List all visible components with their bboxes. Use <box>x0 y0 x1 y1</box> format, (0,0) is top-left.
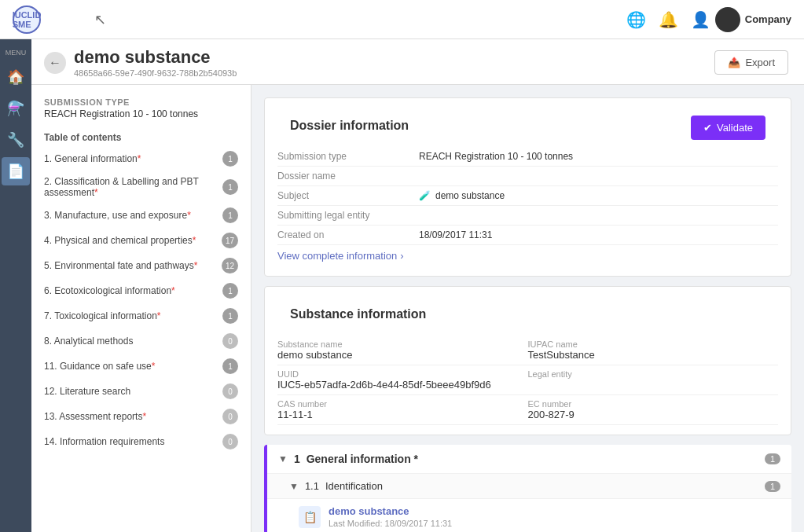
toc-label-11: 11. Guidance on safe use* <box>44 361 222 372</box>
record-icon: 📋 <box>299 506 321 528</box>
substance-ec-value: 200-827-9 <box>528 409 779 420</box>
substance-ec-label: EC number <box>528 399 779 409</box>
globe-icon[interactable]: 🌐 <box>626 10 646 29</box>
submission-type-value: REACH Registration 10 - 100 tonnes <box>31 108 251 126</box>
substance-cas-label: CAS number <box>277 399 512 409</box>
substance-ec-field: EC number 200-827-9 <box>528 395 779 425</box>
dossier-entity-row: Submitting legal entity <box>277 206 778 226</box>
substance-cas-value: 11-11-1 <box>277 409 512 420</box>
export-label: Export <box>745 57 775 68</box>
logo-text: IUCLIDSME <box>13 10 42 29</box>
toc-badge-4: 17 <box>222 233 238 248</box>
substance-card-title: Substance information <box>277 296 439 329</box>
export-button[interactable]: 📤 Export <box>714 50 788 75</box>
page-header: ← demo substance 48658a66-59e7-490f-9632… <box>31 39 804 85</box>
subsection-chevron-icon: ▼ <box>289 481 299 492</box>
content-area: Submission type REACH Registration 10 - … <box>31 85 804 532</box>
toc-label-8: 8. Analytical methods <box>44 336 222 347</box>
subsection-left: ▼ 1.1 Identification <box>289 480 383 492</box>
company-badge[interactable]: 👤 Company <box>691 7 791 32</box>
submission-type-label: Submission type <box>31 94 251 108</box>
section-badge: 1 <box>765 453 780 464</box>
toc-badge-6: 1 <box>222 283 238 299</box>
toc-badge-1: 1 <box>222 151 238 167</box>
dossier-name-label: Dossier name <box>277 171 419 182</box>
sidebar-tools-btn[interactable]: 🔧 <box>2 126 30 154</box>
logo-icon: IUCLIDSME <box>13 6 41 34</box>
toc-badge-12: 0 <box>222 383 238 399</box>
substance-uuid-field: UUID IUC5-eb57adfa-2d6b-4e44-85df-5beee4… <box>277 365 528 395</box>
substance-uuid-value: IUC5-eb57adfa-2d6b-4e44-85df-5beee49bf9d… <box>277 379 512 391</box>
toc-item-3[interactable]: 3. Manufacture, use and exposure* 1 <box>31 203 251 228</box>
toc-item-14[interactable]: 14. Information requirements 0 <box>31 429 251 454</box>
toc-label-6: 6. Ecotoxicological information* <box>44 285 222 296</box>
page-subtitle: 48658a66-59e7-490f-9632-788b2b54093b <box>74 68 237 78</box>
toc-item-7[interactable]: 7. Toxicological information* 1 <box>31 303 251 328</box>
toc-item-5[interactable]: 5. Environmental fate and pathways* 12 <box>31 253 251 278</box>
toc-label-4: 4. Physical and chemical properties* <box>44 235 222 246</box>
sidebar-icons: MENU 🏠 ⚗️ 🔧 📄 <box>0 39 31 532</box>
chevron-right-icon: › <box>400 250 403 262</box>
section-header-left: ▼ 1 General information * <box>278 453 418 465</box>
page-title-block: demo substance 48658a66-59e7-490f-9632-7… <box>74 47 237 78</box>
general-info-header[interactable]: ▼ 1 General information * 1 <box>267 445 791 473</box>
substance-name-value: demo substance <box>277 349 512 361</box>
substance-cas-field: CAS number 11-11-1 <box>277 395 528 425</box>
toc-item-2[interactable]: 2. Classification & Labelling and PBT as… <box>31 171 251 203</box>
dossier-submission-type-label: Submission type <box>277 151 419 162</box>
toc-badge-5: 12 <box>222 258 238 273</box>
user-icon: 👤 <box>691 10 710 29</box>
substance-iupac-value: TestSubstance <box>528 349 779 361</box>
toc-badge-8: 0 <box>222 333 238 349</box>
substance-name-label: Substance name <box>277 339 512 349</box>
dossier-submission-type-row: Submission type REACH Registration 10 - … <box>277 147 778 167</box>
substance-legal-entity-field: Legal entity <box>528 365 779 395</box>
substance-iupac-field: IUPAC name TestSubstance <box>528 336 779 365</box>
toc-badge-11: 1 <box>222 358 238 374</box>
substance-legal-entity-label: Legal entity <box>528 369 779 379</box>
toc-item-4[interactable]: 4. Physical and chemical properties* 17 <box>31 228 251 253</box>
validate-button[interactable]: ✔ Validate <box>691 116 765 140</box>
toc-badge-14: 0 <box>222 434 238 449</box>
toc-item-8[interactable]: 8. Analytical methods 0 <box>31 328 251 354</box>
toc-item-11[interactable]: 11. Guidance on safe use* 1 <box>31 354 251 379</box>
subsection-identification[interactable]: ▼ 1.1 Identification 1 <box>267 473 791 498</box>
sidebar-docs-btn[interactable]: 📄 <box>2 157 30 185</box>
back-button[interactable]: ← <box>44 52 66 74</box>
subject-icon: 🧪 <box>419 190 431 201</box>
export-icon: 📤 <box>728 57 740 68</box>
toc-item-1[interactable]: 1. General information* 1 <box>31 146 251 171</box>
toc-badge-2: 1 <box>222 179 238 195</box>
view-complete-link[interactable]: View complete information › <box>277 245 778 266</box>
substance-card: Substance information Substance name dem… <box>264 286 791 435</box>
toc-label-12: 12. Literature search <box>44 386 222 397</box>
navbar: IUCLIDSME ↖ 🌐 🔔 👤 Company <box>0 0 804 39</box>
toc-item-6[interactable]: 6. Ecotoxicological information* 1 <box>31 278 251 303</box>
dossier-card-header: Dossier information ✔ Validate <box>265 98 791 147</box>
toc-item-12[interactable]: 12. Literature search 0 <box>31 379 251 404</box>
section-number: 1 <box>294 453 300 465</box>
dossier-name-value <box>419 171 778 182</box>
toc-label-3: 3. Manufacture, use and exposure* <box>44 210 222 221</box>
dossier-name-row: Dossier name <box>277 167 778 186</box>
substance-name-field: Substance name demo substance <box>277 336 528 365</box>
record-row: 📋 demo substance Last Modified: 18/09/20… <box>267 498 791 532</box>
sidebar-home-btn[interactable]: 🏠 <box>2 63 30 91</box>
bell-icon[interactable]: 🔔 <box>659 10 678 29</box>
dossier-submission-type-value: REACH Registration 10 - 100 tonnes <box>419 151 778 162</box>
dossier-subject-label: Subject <box>277 190 419 201</box>
toc-heading: Table of contents <box>31 126 251 146</box>
dossier-created-row: Created on 18/09/2017 11:31 <box>277 226 778 245</box>
record-link[interactable]: demo substance <box>329 505 452 517</box>
sidebar-chemistry-btn[interactable]: ⚗️ <box>2 94 30 123</box>
toc-badge-3: 1 <box>222 207 238 223</box>
toc-badge-13: 0 <box>222 409 238 424</box>
toc-label-7: 7. Toxicological information* <box>44 310 222 321</box>
cursor-arrow: ↖ <box>94 11 106 28</box>
dossier-subject-row: Subject 🧪 demo substance <box>277 186 778 206</box>
dossier-created-value: 18/09/2017 11:31 <box>419 229 778 240</box>
dossier-entity-value <box>419 210 778 221</box>
toc-item-13[interactable]: 13. Assessment reports* 0 <box>31 404 251 429</box>
company-name: Company <box>745 13 791 25</box>
toc-label-5: 5. Environmental fate and pathways* <box>44 260 222 271</box>
